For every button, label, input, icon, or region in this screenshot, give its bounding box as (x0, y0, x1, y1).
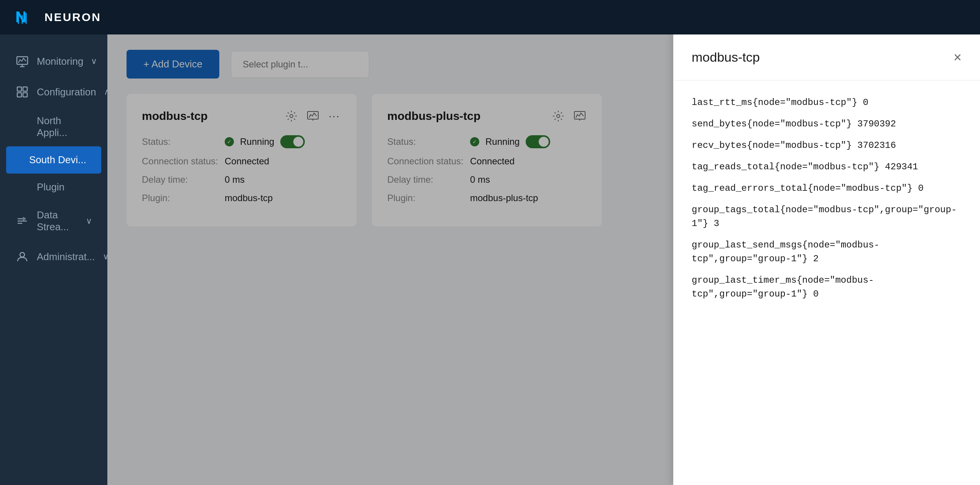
admin-icon (15, 250, 29, 264)
page-area: + Add Device modbus-tcp (107, 34, 673, 485)
sidebar-item-south-devi[interactable]: South Devi... (6, 146, 101, 174)
metric-item: tag_read_errors_total{node="modbus-tcp"}… (692, 182, 962, 195)
metrics-list: last_rtt_ms{node="modbus-tcp"} 0send_byt… (692, 96, 962, 301)
right-panel-header: modbus-tcp × (673, 34, 980, 80)
app-name: NEURON (44, 11, 101, 24)
page-overlay (107, 34, 673, 485)
metric-item: group_last_timer_ms{node="modbus-tcp",gr… (692, 274, 962, 301)
metric-item: last_rtt_ms{node="modbus-tcp"} 0 (692, 96, 962, 110)
logo-area: N NEURON (15, 8, 101, 27)
metric-item: recv_bytes{node="modbus-tcp"} 3702316 (692, 139, 962, 152)
data-stream-icon (15, 214, 29, 228)
data-stream-label: Data Strea... (37, 209, 78, 233)
right-panel-body: last_rtt_ms{node="modbus-tcp"} 0send_byt… (673, 80, 980, 485)
metric-item: group_tags_total{node="modbus-tcp",group… (692, 203, 962, 231)
metric-item: tag_reads_total{node="modbus-tcp"} 42934… (692, 160, 962, 174)
sidebar: Monitoring ∨ Configuration ∧ North Appli… (0, 34, 107, 485)
svg-rect-8 (23, 87, 27, 91)
sidebar-item-plugin[interactable]: Plugin (0, 174, 107, 201)
top-bar: N NEURON (0, 0, 980, 34)
data-stream-arrow: ∨ (86, 216, 92, 226)
sidebar-item-configuration[interactable]: Configuration ∧ (0, 77, 107, 107)
config-icon (15, 85, 29, 99)
monitoring-label: Monitoring (37, 56, 83, 67)
metric-item: send_bytes{node="modbus-tcp"} 3790392 (692, 117, 962, 131)
svg-rect-9 (17, 93, 21, 97)
sidebar-item-north-appli[interactable]: North Appli... (0, 107, 107, 146)
monitoring-arrow: ∨ (91, 56, 97, 66)
right-panel-title: modbus-tcp (692, 50, 760, 65)
svg-text:N: N (15, 8, 26, 25)
monitor-icon (15, 54, 29, 68)
metric-item: group_last_send_msgs{node="modbus-tcp",g… (692, 238, 962, 266)
configuration-label: Configuration (37, 86, 96, 98)
sidebar-item-data-stream[interactable]: Data Strea... ∨ (0, 201, 107, 241)
svg-point-14 (20, 252, 25, 257)
right-panel: modbus-tcp × last_rtt_ms{node="modbus-tc… (673, 34, 980, 485)
administrat-label: Administrat... (37, 251, 95, 263)
sidebar-item-administrat[interactable]: Administrat... ∨ (0, 241, 107, 272)
sidebar-item-monitoring[interactable]: Monitoring ∨ (0, 46, 107, 77)
close-panel-button[interactable]: × (954, 51, 962, 64)
svg-rect-10 (23, 93, 27, 97)
svg-rect-7 (17, 87, 21, 91)
logo-icon: N (15, 8, 38, 27)
